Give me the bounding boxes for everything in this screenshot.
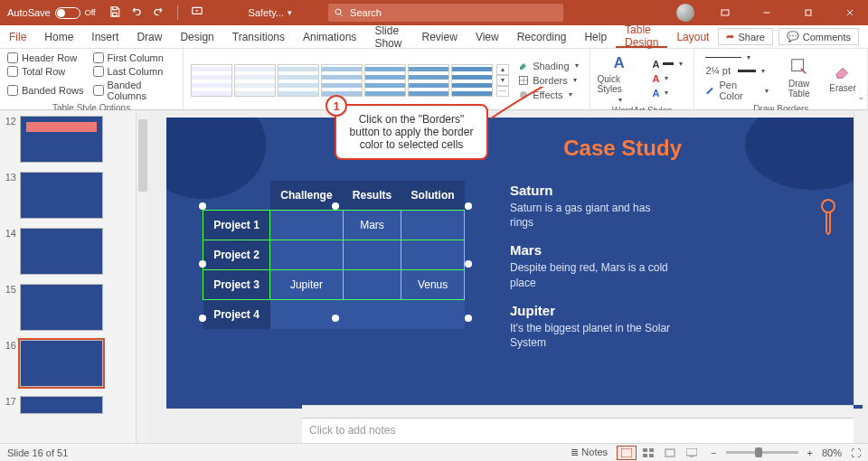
sorter-view-button[interactable] xyxy=(638,446,658,460)
shading-button[interactable]: Shading▾ xyxy=(514,60,581,72)
pen-weight-button[interactable]: 2¼ pt▾ xyxy=(702,64,772,77)
chk-last-column[interactable]: Last Column xyxy=(93,66,176,77)
pen-color-button[interactable]: Pen Color▾ xyxy=(702,79,772,102)
chk-banded-columns[interactable]: Banded Columns xyxy=(93,80,176,101)
chevron-down-icon[interactable]: ▾ xyxy=(288,8,292,17)
collapse-ribbon-icon[interactable]: ⌃ xyxy=(857,96,864,106)
effects-button[interactable]: Effects▾ xyxy=(514,89,581,101)
table-cell[interactable] xyxy=(343,270,401,300)
normal-view-button[interactable] xyxy=(617,446,637,460)
tab-table-design[interactable]: Table Design xyxy=(616,25,667,48)
chk-banded-rows[interactable]: Banded Rows xyxy=(7,80,84,101)
style-thumb[interactable] xyxy=(364,64,406,97)
slide-editor[interactable]: Case Study ChallengeResultsSolutionProje… xyxy=(148,110,868,443)
table-header[interactable]: Solution xyxy=(401,181,465,211)
autosave-toggle[interactable]: AutoSave Off xyxy=(7,7,96,19)
share-button[interactable]: ➦Share xyxy=(718,28,772,45)
notes-toggle[interactable]: ≣ Notes xyxy=(571,447,608,458)
selection-handle[interactable] xyxy=(199,315,206,322)
ribbon-display-button[interactable] xyxy=(707,0,743,25)
gallery-down-icon[interactable]: ▾ xyxy=(496,75,509,86)
tab-recording[interactable]: Recording xyxy=(508,25,576,48)
table-cell[interactable]: Jupiter xyxy=(270,270,344,300)
tab-design[interactable]: Design xyxy=(171,25,222,48)
eraser-button[interactable]: Eraser xyxy=(826,61,860,93)
draw-table-button[interactable]: Draw Table xyxy=(778,57,820,99)
table-row-label[interactable]: Project 4 xyxy=(203,300,270,330)
table-cell[interactable] xyxy=(270,300,344,330)
table-header[interactable]: Results xyxy=(343,181,401,211)
slide-thumbnail[interactable] xyxy=(20,284,103,331)
selection-handle[interactable] xyxy=(465,315,472,322)
tab-home[interactable]: Home xyxy=(35,25,82,48)
table-row-label[interactable]: Project 3 xyxy=(203,270,270,300)
fit-to-window-button[interactable]: ⛶ xyxy=(851,447,861,458)
table-row-label[interactable]: Project 1 xyxy=(203,211,270,240)
present-icon[interactable] xyxy=(191,5,203,18)
tab-draw[interactable]: Draw xyxy=(127,25,171,48)
zoom-level[interactable]: 80% xyxy=(822,447,842,458)
side-heading[interactable]: Jupiter xyxy=(510,303,673,318)
tab-slideshow[interactable]: Slide Show xyxy=(365,25,412,48)
chk-first-column[interactable]: First Column xyxy=(93,52,176,63)
chk-header-row[interactable]: Header Row xyxy=(7,52,84,63)
style-thumb[interactable] xyxy=(451,64,493,97)
chk-total-row[interactable]: Total Row xyxy=(7,66,84,77)
style-thumb[interactable] xyxy=(191,64,232,97)
style-thumb[interactable] xyxy=(321,64,363,97)
side-paragraph[interactable]: It's the biggest planet in the Solar Sys… xyxy=(510,321,673,350)
style-thumb[interactable] xyxy=(408,64,449,97)
table-cell[interactable] xyxy=(270,211,344,240)
zoom-slider[interactable] xyxy=(726,451,798,454)
table-style-gallery[interactable]: ▴ ▾ ⋯ xyxy=(191,64,509,97)
table-cell[interactable] xyxy=(401,240,465,270)
slide-thumbnail[interactable] xyxy=(20,172,103,219)
redo-icon[interactable] xyxy=(152,5,165,18)
table-cell[interactable] xyxy=(343,240,401,270)
pen-style-button[interactable]: ▾ xyxy=(702,52,772,62)
tab-layout[interactable]: Layout xyxy=(667,25,718,48)
table-cell[interactable]: Mars xyxy=(343,211,401,240)
tab-insert[interactable]: Insert xyxy=(82,25,127,48)
selection-handle[interactable] xyxy=(199,260,206,268)
table-cell[interactable] xyxy=(343,300,401,330)
tab-transitions[interactable]: Transitions xyxy=(223,25,294,48)
table-cell[interactable] xyxy=(401,211,465,240)
reading-view-button[interactable] xyxy=(660,446,680,460)
horizontal-scrollbar[interactable] xyxy=(302,405,854,418)
gallery-up-icon[interactable]: ▴ xyxy=(496,64,509,75)
tab-review[interactable]: Review xyxy=(413,25,467,48)
slide-title[interactable]: Case Study xyxy=(563,136,682,161)
tab-help[interactable]: Help xyxy=(575,25,616,48)
thumbnail-scrollbar[interactable] xyxy=(136,110,148,443)
text-fill-button[interactable]: A▾ xyxy=(648,58,686,71)
slide-thumbnail[interactable] xyxy=(20,228,103,275)
side-heading[interactable]: Saturn xyxy=(510,183,673,198)
vertical-scrollbar[interactable] xyxy=(854,110,868,405)
comments-button[interactable]: 💬Comments xyxy=(778,28,859,45)
selection-handle[interactable] xyxy=(465,260,472,268)
quick-styles-button[interactable]: A Quick Styles▾ xyxy=(598,52,644,104)
table-header[interactable] xyxy=(203,181,270,211)
save-icon[interactable] xyxy=(108,5,121,18)
table-cell[interactable] xyxy=(401,300,465,330)
tab-view[interactable]: View xyxy=(467,25,508,48)
zoom-in-button[interactable]: + xyxy=(807,447,813,458)
slide-canvas[interactable]: Case Study ChallengeResultsSolutionProje… xyxy=(166,118,863,409)
search-input[interactable]: Search xyxy=(328,4,563,22)
selection-handle[interactable] xyxy=(199,202,206,210)
user-avatar[interactable] xyxy=(676,4,694,22)
selection-handle[interactable] xyxy=(332,315,339,322)
slideshow-view-button[interactable] xyxy=(682,446,702,460)
side-paragraph[interactable]: Saturn is a gas giant and has rings xyxy=(510,201,673,230)
tab-file[interactable]: File xyxy=(0,25,35,48)
side-paragraph[interactable]: Despite being red, Mars is a cold place xyxy=(510,260,673,289)
undo-icon[interactable] xyxy=(130,5,143,18)
text-outline-button[interactable]: A▾ xyxy=(648,72,686,85)
zoom-out-button[interactable]: − xyxy=(711,447,716,458)
selection-handle[interactable] xyxy=(332,202,339,210)
text-effects-button[interactable]: A▾ xyxy=(648,87,686,99)
gallery-more-icon[interactable]: ⋯ xyxy=(496,86,509,97)
borders-button[interactable]: Borders▾ xyxy=(514,74,581,87)
tab-animations[interactable]: Animations xyxy=(294,25,365,48)
